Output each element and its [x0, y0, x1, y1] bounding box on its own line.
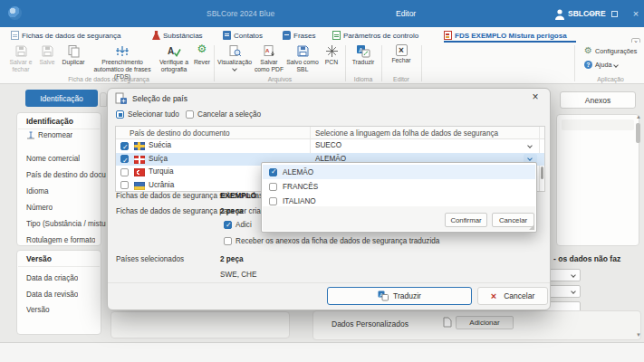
help-label: Ajuda: [595, 61, 611, 69]
empty-checkbox-icon: [186, 110, 194, 119]
tab-label: Fichas de dados de segurança: [22, 32, 120, 40]
attachments-panel-strip: [562, 119, 634, 130]
scroll-up-icon[interactable]: ▲: [636, 114, 641, 119]
tab-label: Parâmetros de controlo: [343, 32, 418, 40]
button-label: Cancelar: [504, 291, 534, 300]
button-label: Cancelar a seleção: [197, 110, 261, 119]
checkbox-label: Adici: [235, 221, 252, 229]
field-label-rotulagem: Rotulagem e formato: [26, 236, 95, 244]
cancel-selection-button[interactable]: Cancelar a seleção: [186, 110, 261, 119]
field-label-versao: Versão: [26, 306, 50, 314]
button-label: Salvar como PDF: [253, 59, 285, 73]
checkbox-unchecked-icon: [269, 197, 277, 205]
chevron-down-icon: [571, 289, 576, 294]
preview-icon: [228, 44, 242, 58]
settings-label: Configurações: [595, 47, 637, 55]
table-row-sweden[interactable]: Suécia SUECO: [116, 139, 544, 153]
row-checkbox-unchecked[interactable]: [120, 181, 129, 189]
dialog-close-button[interactable]: ×: [528, 90, 543, 103]
popup-confirm-button[interactable]: Confirmar: [445, 213, 487, 227]
ribbon-group-aplicacao: ⚙ Configurações ? Ajuda Aplicação: [582, 43, 639, 83]
ribbon-separator: [381, 45, 382, 81]
chevron-down-icon[interactable]: [527, 143, 533, 148]
hidden-section-tab[interactable]: [100, 92, 107, 107]
section-tab-identificacao[interactable]: Identificação: [25, 90, 98, 107]
app-window: SBLCore 2024 Blue Editor SBLCORE × Ficha…: [0, 0, 644, 362]
field-label-idioma: Idioma: [26, 187, 49, 195]
duplicate-button[interactable]: Duplicar: [58, 43, 89, 66]
save-as-sbl-button[interactable]: Salvo como SBL: [285, 43, 320, 73]
tab-parametros[interactable]: Parâmetros de controlo: [332, 29, 418, 42]
add-option-checkbox[interactable]: Adici: [224, 221, 252, 229]
svg-text:A: A: [168, 46, 174, 56]
fds-document-icon: [444, 31, 452, 40]
dialog-title: Seleção de país: [132, 94, 187, 103]
scrollbar-thumb[interactable]: [636, 123, 640, 143]
custom-data-panel: Dados Personalizados Adicionar: [312, 310, 641, 340]
turkey-flag-icon: [134, 168, 145, 176]
preview-button[interactable]: Visualização: [216, 43, 253, 71]
right-section-header: - os dados não faz: [553, 254, 640, 263]
button-label: Salvo como SBL: [285, 59, 320, 73]
settings-button[interactable]: ⚙ Configurações: [584, 46, 637, 55]
popup-cancel-button[interactable]: Cancelar: [492, 213, 534, 227]
select-all-button[interactable]: Selecionar tudo: [116, 110, 179, 119]
button-label: Visualização: [217, 59, 252, 66]
dialog-cancel-button[interactable]: × Cancelar: [477, 287, 548, 305]
countries-selected-value: 2 peça: [220, 255, 244, 263]
save-and-close-button[interactable]: Salvar e fechar: [5, 43, 36, 73]
tab-contatos[interactable]: Contatos: [223, 29, 263, 42]
countries-selected-label: Países selecionados: [116, 255, 184, 263]
save-button[interactable]: Salve: [36, 43, 58, 66]
minimize-button[interactable]: [581, 0, 602, 27]
close-editor-button[interactable]: × Fechar: [383, 43, 419, 64]
tab-label: FDS EXEMPLO Mistura perigosa: [455, 32, 567, 40]
help-button[interactable]: ? Ajuda: [584, 61, 618, 69]
receive-attachments-checkbox[interactable]: Receber os anexos da ficha de dados de s…: [224, 237, 439, 245]
review-button[interactable]: ⚙ Rever: [192, 43, 212, 66]
close-button[interactable]: ×: [625, 0, 644, 27]
scroll-down-icon[interactable]: ▼: [636, 332, 641, 338]
button-label: Cancelar: [499, 216, 527, 224]
add-custom-data-button[interactable]: Adicionar: [456, 316, 514, 329]
popup-option-frances[interactable]: FRANCÊS: [263, 179, 535, 194]
autofill-phrases-button[interactable]: Preenchimento automático de frases (FDS): [89, 43, 156, 80]
tab-label: Identificação: [40, 94, 83, 103]
ribbon-group-label: Editor: [383, 76, 419, 82]
spellcheck-button[interactable]: A Verifique a ortografia: [156, 43, 192, 73]
row-checkbox-checked[interactable]: [120, 155, 129, 163]
field-label-pais-destino: País de destino do docume: [26, 171, 106, 179]
checkbox-label: Receber os anexos da ficha de dados de s…: [235, 237, 439, 245]
sheets-to-create-value: 2 peça: [220, 207, 244, 215]
status-bar: [0, 342, 644, 362]
pcn-button[interactable]: PCN: [320, 43, 343, 66]
tab-fds-exemplo[interactable]: FDS EXEMPLO Mistura perigosa: [444, 29, 567, 42]
ribbon-group-label: Idioma: [347, 76, 380, 82]
popup-footer: Confirmar Cancelar: [263, 206, 535, 231]
resize-grip[interactable]: [529, 224, 534, 230]
version-panel: Versão Data da criação Data da revisão V…: [16, 250, 101, 335]
tab-label: Substâncias: [163, 32, 203, 40]
maximize-button[interactable]: [603, 0, 625, 27]
checkbox-checked-icon: [269, 168, 277, 176]
identification-panel: Identificação Renomear Nome comercial Pa…: [16, 112, 101, 246]
row-checkbox-unchecked[interactable]: [120, 168, 129, 176]
translate-confirm-button[interactable]: A Traduzir: [327, 287, 472, 305]
section-tab-anexos[interactable]: Anexos: [560, 91, 636, 109]
tab-fichas[interactable]: Fichas de dados de segurança: [11, 29, 120, 42]
ribbon-separator: [345, 45, 346, 81]
save-as-pdf-button[interactable]: A Salvar como PDF: [253, 43, 285, 73]
control-parameters-icon: [332, 31, 341, 40]
popup-option-alemao[interactable]: ALEMÃO: [263, 165, 535, 179]
flask-icon: [152, 31, 160, 40]
row-checkbox-checked[interactable]: [120, 142, 129, 150]
tab-substancias[interactable]: Substâncias: [152, 29, 203, 42]
rename-button[interactable]: Renomear: [26, 131, 72, 139]
button-label: PCN: [325, 59, 338, 66]
maximize-icon: [611, 11, 618, 17]
title-bar: SBLCore 2024 Blue Editor SBLCORE ×: [0, 0, 644, 27]
custom-data-label: Dados Personalizados: [332, 319, 409, 329]
duplicate-icon: [67, 44, 81, 58]
translate-button[interactable]: A Traduzir: [347, 43, 380, 66]
tab-frases[interactable]: Frases: [283, 29, 315, 42]
